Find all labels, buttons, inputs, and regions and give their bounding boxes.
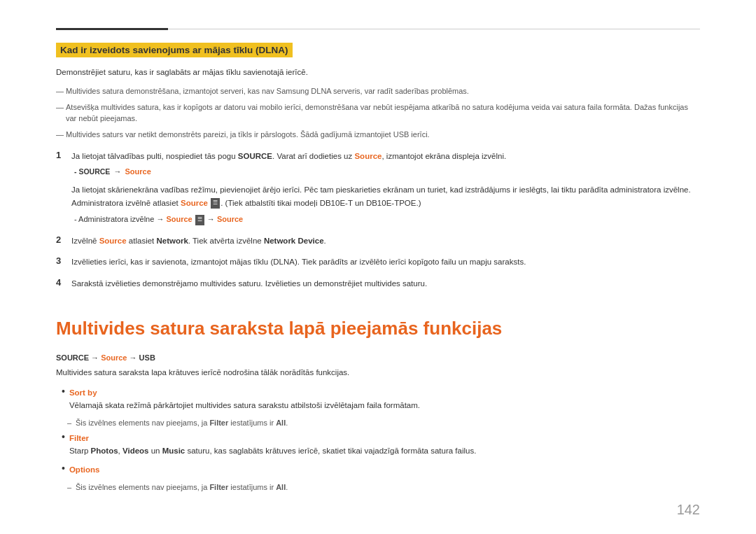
- options-sub: Šis izvēlnes elements nav pieejams, ja F…: [56, 482, 700, 493]
- item1-para2: Ja lietojat skārienekrāna vadības režīmu…: [71, 183, 700, 209]
- numbered-item-4: 4 Sarakstā izvēlieties demonstrējamo mul…: [56, 277, 700, 290]
- num-3: 3: [56, 255, 71, 266]
- page-number: 142: [677, 502, 700, 518]
- item2-source: Source: [99, 237, 127, 245]
- source-orange-1: Source: [125, 167, 150, 176]
- source-icon: ☰: [211, 198, 220, 209]
- numbered-item-2: 2 Izvēlnē Source atlasiet Network. Tiek …: [56, 234, 700, 247]
- num-1: 1: [56, 150, 71, 160]
- item1-source2: Source: [181, 199, 208, 207]
- section1-title: Kad ir izveidots savienojums ar mājas tī…: [56, 43, 293, 57]
- item2-content: Izvēlnē Source atlasiet Network. Tiek at…: [71, 234, 700, 247]
- top-line-left: [56, 28, 168, 30]
- source-line-1: - SOURCE → Source: [71, 166, 700, 178]
- sort-by-desc: Vēlamajā skata režīmā pārkārtojiet multi…: [69, 401, 420, 409]
- options-label: Options: [69, 465, 99, 474]
- item1-source1: Source: [354, 152, 382, 160]
- bullet-dot-3: •: [62, 463, 65, 474]
- section2-source-header: SOURCE → Source → USB: [56, 353, 700, 362]
- item2-text: Izvēlnē: [71, 237, 99, 245]
- source-header-source: Source: [101, 353, 127, 362]
- arrow1: →: [111, 167, 123, 176]
- numbered-section: 1 Ja lietojat tālvadības pulti, nospiedi…: [56, 150, 700, 290]
- bullet-filter: • Filter Starp Photos, Videos un Music s…: [56, 432, 700, 458]
- bullet-2: Atsevišķa multivides satura, kas ir kopī…: [56, 101, 700, 125]
- sort-by-sub: Šis izvēlnes elements nav pieejams, ja F…: [56, 417, 700, 429]
- item3-content: Izvēlieties ierīci, kas ir savienota, iz…: [71, 255, 700, 268]
- filter-content: Filter Starp Photos, Videos un Music sat…: [69, 432, 476, 458]
- options-sub-text: Šis izvēlnes elements nav pieejams, ja F…: [76, 483, 288, 491]
- bullet-sort-by: • Sort by Vēlamajā skata režīmā pārkārto…: [56, 386, 700, 412]
- admin-line: - Administratora izvēlne → Source ☰ → So…: [71, 213, 700, 226]
- num-4: 4: [56, 277, 71, 288]
- section1-title-wrapper: Kad ir izveidots savienojums ar mājas tī…: [56, 43, 700, 66]
- filter-label: Filter: [69, 434, 89, 442]
- bullet-options: • Options: [56, 463, 700, 476]
- bullet-3: Multivides saturs var netikt demonstrēts…: [56, 129, 700, 141]
- item2-text2: atlasiet Network. Tiek atvērta izvēlne N…: [127, 237, 326, 245]
- admin-source2: Source: [217, 215, 243, 223]
- bullet-dot-1: •: [62, 386, 65, 397]
- item1-text-before: Ja lietojat tālvadības pulti, nospiediet…: [71, 152, 354, 160]
- item4-content: Sarakstā izvēlieties demonstrējamo multi…: [71, 277, 700, 290]
- top-line-right: [168, 29, 700, 29]
- numbered-item-1: 1 Ja lietojat tālvadības pulti, nospiedi…: [56, 150, 700, 225]
- admin-icon-wrap: ☰ →: [192, 215, 217, 223]
- options-content: Options: [69, 463, 99, 476]
- section2-main-title: Multivides satura saraksta lapā pieejamā…: [56, 318, 700, 339]
- admin-icon: ☰: [195, 215, 204, 225]
- item1-content: Ja lietojat tālvadības pulti, nospiediet…: [71, 150, 700, 225]
- bullet-dot-2: •: [62, 431, 65, 442]
- admin-prefix: - Administratora izvēlne →: [74, 215, 166, 223]
- sort-by-label: Sort by: [69, 388, 97, 397]
- numbered-item-3: 3 Izvēlieties ierīci, kas ir savienota, …: [56, 255, 700, 268]
- section1-intro: Demonstrējiet saturu, kas ir saglabāts a…: [56, 66, 700, 78]
- source-header-usb: → USB: [127, 353, 155, 362]
- num-2: 2: [56, 234, 71, 245]
- section2-intro: Multivides satura saraksta lapa krātuves…: [56, 366, 700, 379]
- sort-by-sub-text: Šis izvēlnes elements nav pieejams, ja F…: [76, 419, 288, 427]
- bullet-1: Multivides satura demonstrēšana, izmanto…: [56, 85, 700, 97]
- page-container: Kad ir izveidots savienojums ar mājas tī…: [0, 0, 756, 534]
- sort-by-content: Sort by Vēlamajā skata režīmā pārkārtoji…: [69, 386, 420, 412]
- filter-desc: Starp Photos, Videos un Music saturu, ka…: [69, 447, 476, 455]
- item1-text-mid: , izmantojot ekrāna displeja izvēlni.: [382, 152, 506, 160]
- item1-icon-text: ☰. (Tiek atbalstīti tikai modeļi DB10E-T…: [208, 199, 421, 207]
- source-line-prefix: - SOURCE: [74, 167, 110, 176]
- source-header-text: SOURCE →: [56, 353, 101, 362]
- admin-source1: Source: [166, 215, 192, 223]
- top-divider: [56, 28, 700, 30]
